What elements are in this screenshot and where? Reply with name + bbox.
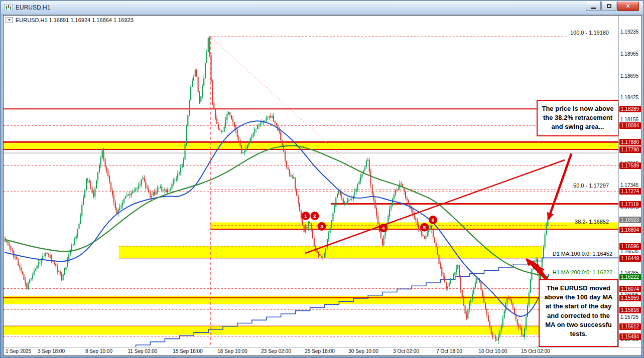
time-tick: 30 Sep 10:00 bbox=[348, 348, 378, 354]
price-tick: 1.18965 bbox=[620, 51, 638, 57]
svg-text:1: 1 bbox=[304, 213, 307, 219]
window-title: EURUSD,H1 bbox=[16, 4, 50, 11]
time-tick: 10 Oct 10:00 bbox=[478, 348, 507, 354]
close-icon: × bbox=[626, 3, 630, 10]
price-axis[interactable]: 1.192351.189651.186951.184251.181551.178… bbox=[618, 16, 641, 347]
price-badge: 1.16449 bbox=[619, 255, 641, 262]
close-button[interactable]: × bbox=[617, 2, 639, 11]
time-tick: 11 Sep 02:00 bbox=[128, 348, 158, 354]
svg-text:5: 5 bbox=[423, 225, 426, 230]
price-badge: 1.18289 bbox=[619, 106, 641, 112]
price-badge: 1.16923 bbox=[619, 217, 641, 223]
price-badge: 1.15484 bbox=[619, 333, 641, 340]
titlebar[interactable]: EURUSD,H1 × bbox=[1, 1, 643, 15]
number-marker[interactable]: 4 bbox=[379, 224, 388, 232]
time-tick: 25 Sep 18:00 bbox=[305, 348, 335, 354]
number-marker[interactable]: 2 bbox=[311, 212, 319, 220]
price-badge: 1.16596 bbox=[619, 243, 641, 250]
price-badge: 1.18084 bbox=[619, 122, 641, 129]
h1-ma-label: H1 MA:200:0:0: 1.16222 bbox=[553, 269, 612, 275]
price-badge: 1.15959 bbox=[619, 295, 641, 301]
chart-area: 123456 ▼ EURUSD,H1 1.16891 1.16924 1.168… bbox=[3, 15, 642, 356]
ohlc-header: ▼ EURUSD,H1 1.16891 1.16924 1.16864 1.16… bbox=[6, 17, 134, 23]
fib-label-100: 100.0 - 1.19180 bbox=[570, 30, 609, 36]
d1-ma-label: D1 MA:100:0:0: 1.16452 bbox=[553, 251, 612, 257]
svg-text:4: 4 bbox=[382, 225, 385, 231]
maximize-button[interactable] bbox=[601, 2, 616, 11]
minimize-button[interactable] bbox=[586, 2, 601, 11]
time-tick: 3 Sep 18:00 bbox=[38, 348, 65, 354]
price-badge: 1.17274 bbox=[619, 188, 641, 195]
callout-top[interactable]: The price is now above the 38.2% retrace… bbox=[537, 100, 618, 136]
time-tick: 1 Sep 2025 bbox=[6, 348, 31, 354]
price-tick: 1.15725 bbox=[620, 314, 638, 320]
callout-bottom[interactable]: The EURUSD moved above the 100 day MA at… bbox=[539, 279, 618, 347]
time-tick: 3 Oct 02:00 bbox=[393, 348, 419, 354]
price-badge: 1.17790 bbox=[619, 146, 641, 153]
time-tick: 23 Sep 02:00 bbox=[261, 348, 291, 354]
price-badge: 1.16222 bbox=[619, 274, 641, 280]
number-marker[interactable]: 6 bbox=[429, 216, 437, 224]
price-badge: 1.17119 bbox=[619, 201, 641, 208]
price-tick: 1.19235 bbox=[620, 29, 638, 35]
time-tick: 15 Oct 02:00 bbox=[521, 348, 550, 354]
price-tick: 1.18425 bbox=[620, 95, 638, 100]
price-badge: 1.17880 bbox=[619, 139, 641, 145]
fib-label-50: 50.0 - 1.17297 bbox=[573, 183, 609, 189]
price-tick: 1.17345 bbox=[620, 183, 638, 188]
number-marker[interactable]: 5 bbox=[420, 223, 429, 232]
plot[interactable]: 123456 ▼ EURUSD,H1 1.16891 1.16924 1.168… bbox=[4, 16, 618, 347]
number-marker[interactable]: 3 bbox=[317, 222, 326, 231]
price-tick: 1.18155 bbox=[620, 117, 638, 122]
minimize-icon bbox=[591, 8, 596, 9]
price-badge: 1.15816 bbox=[619, 307, 641, 313]
svg-text:2: 2 bbox=[313, 213, 316, 219]
mt4-window: EURUSD,H1 × 123456 ▼ EURUSD,H1 1.16891 1… bbox=[0, 0, 644, 358]
price-tick: 1.18695 bbox=[620, 73, 638, 79]
time-tick: 15 Sep 18:00 bbox=[173, 348, 203, 354]
price-badge: 1.17589 bbox=[619, 162, 641, 169]
time-tick: 8 Sep 10:00 bbox=[85, 348, 112, 354]
fib-label-38: 38.2- 1.16852 bbox=[575, 219, 609, 225]
svg-text:6: 6 bbox=[432, 217, 435, 223]
app-icon bbox=[5, 4, 13, 11]
h1-100-ma-line bbox=[5, 121, 549, 316]
ohlc-text: EURUSD,H1 1.16891 1.16924 1.16864 1.1692… bbox=[16, 17, 134, 23]
price-badge: 1.15612 bbox=[619, 323, 641, 330]
price-badge: 1.16804 bbox=[619, 227, 641, 233]
time-tick: 7 Oct 18:00 bbox=[436, 348, 462, 354]
time-tick: 18 Sep 10:00 bbox=[217, 348, 247, 354]
price-badge: 1.16074 bbox=[619, 286, 641, 292]
window-controls: × bbox=[586, 2, 639, 11]
price-chart[interactable]: 123456 bbox=[4, 16, 618, 347]
number-marker[interactable]: 1 bbox=[302, 212, 310, 220]
svg-text:3: 3 bbox=[320, 224, 323, 229]
time-axis[interactable]: 1 Sep 20253 Sep 18:008 Sep 10:0011 Sep 0… bbox=[4, 347, 641, 355]
chart-dropdown-button[interactable]: ▼ bbox=[6, 17, 13, 23]
maximize-icon bbox=[607, 4, 611, 8]
